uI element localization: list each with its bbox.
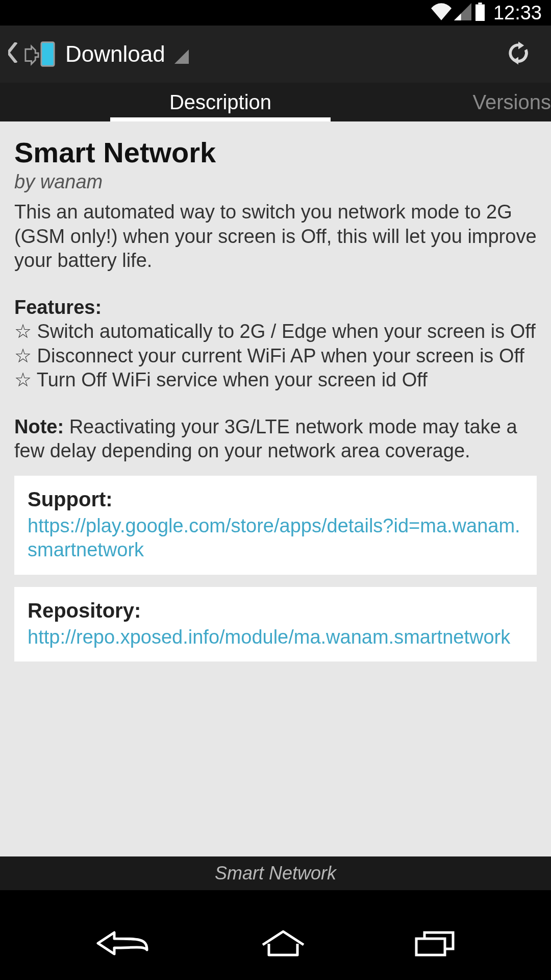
note-body: Reactivating your 3G/LTE network mode ma… [14,416,517,462]
tab-description[interactable]: Description [110,83,331,121]
support-card: Support: https://play.google.com/store/a… [14,476,537,575]
svg-rect-0 [478,3,482,5]
svg-rect-1 [475,5,485,21]
note-heading: Note: [14,416,64,437]
refresh-button[interactable] [490,39,547,69]
repository-heading: Repository: [28,599,523,622]
svg-rect-3 [416,939,445,955]
tab-bar: Description Versions [0,83,551,121]
action-bar-title: Download [65,41,165,67]
tab-label: Description [169,91,271,114]
nav-home-button[interactable] [259,928,308,958]
features-block: Features: ☆ Switch automatically to 2G /… [14,296,537,393]
repository-link[interactable]: http://repo.xposed.info/module/ma.wanam.… [28,625,523,650]
feature-item: ☆ Disconnect your current WiFi AP when y… [14,345,524,366]
tab-versions[interactable]: Versions [331,83,551,121]
nav-back-button[interactable] [93,928,154,958]
support-link[interactable]: https://play.google.com/store/apps/detai… [28,514,523,562]
feature-item: ☆ Switch automatically to 2G / Edge when… [14,321,536,342]
features-heading: Features: [14,297,102,318]
status-icons [431,3,486,23]
battery-icon [474,3,486,23]
svg-rect-2 [41,42,54,66]
content-scroll[interactable]: Smart Network by wanam This an automated… [0,121,551,856]
nav-recents-button[interactable] [412,928,458,958]
feature-item: ☆ Turn Off WiFi service when your screen… [14,369,428,390]
wifi-icon [431,3,452,22]
status-time: 12:33 [493,2,542,24]
module-title: Smart Network [14,136,537,169]
spacer [0,890,551,906]
module-author: by wanam [14,171,537,193]
status-bar: 12:33 [0,0,551,26]
cellular-icon [454,3,472,22]
navigation-bar [0,906,551,980]
support-heading: Support: [28,488,523,511]
footer-label-text: Smart Network [215,863,336,884]
dropdown-indicator-icon [174,50,189,64]
xposed-app-icon[interactable] [23,38,56,70]
module-intro: This an automated way to switch you netw… [14,200,537,273]
repository-card: Repository: http://repo.xposed.info/modu… [14,587,537,662]
title-dropdown[interactable]: Download [65,41,189,67]
back-button[interactable] [4,40,20,68]
footer-module-name: Smart Network [0,856,551,890]
action-bar: Download [0,26,551,83]
tab-label: Versions [473,91,551,114]
note-block: Note: Reactivating your 3G/LTE network m… [14,415,537,463]
